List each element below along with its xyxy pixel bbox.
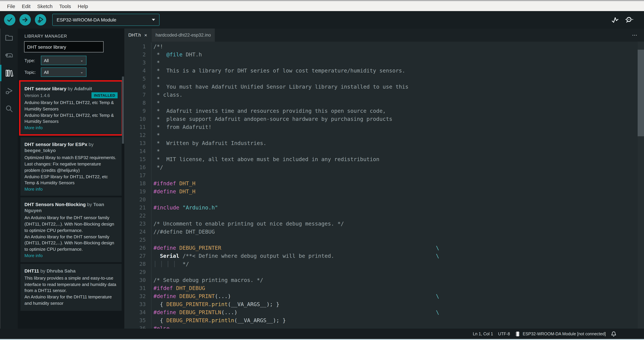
menu-item-edit[interactable]: Edit: [18, 3, 34, 9]
serial-monitor-icon[interactable]: [624, 16, 633, 24]
code-text: *: [151, 75, 644, 83]
line-number: 17: [124, 172, 148, 180]
code-line: 2 * @file DHT.h: [124, 51, 644, 59]
code-line: 8 *: [124, 99, 644, 107]
tab-sketch-ino[interactable]: hardcoded-dht22-esp32.ino: [152, 29, 215, 42]
board-selector-label: ESP32-WROOM-DA Module: [57, 17, 116, 23]
code-text: /* Setup debug printing macros. */: [151, 276, 644, 284]
line-number: 35: [124, 316, 148, 324]
upload-button[interactable]: [20, 14, 31, 26]
code-text: *: [151, 131, 644, 139]
library-description: Arduino library for DHT11, DHT22, etc Te…: [24, 100, 118, 125]
code-line: 15 * MIT license, all text above must be…: [124, 155, 644, 163]
line-number: 8: [124, 99, 148, 107]
line-number: 36: [124, 324, 148, 328]
menu-item-help[interactable]: Help: [74, 3, 92, 9]
code-text: #define DHT_H: [151, 188, 644, 196]
library-description: This library provides a simple and easy-…: [24, 275, 118, 307]
board-icon: [5, 51, 14, 60]
more-info-link[interactable]: More info: [24, 253, 118, 258]
encoding-indicator[interactable]: UTF-8: [498, 331, 510, 336]
sidebar-item-search[interactable]: [0, 100, 18, 117]
tab-overflow-menu[interactable]: ⋯: [632, 29, 644, 42]
check-icon: [6, 17, 13, 23]
board-selector-dropdown[interactable]: ESP32-WROOM-DA Module: [52, 14, 160, 26]
code-text: * MIT license, all text above must be in…: [151, 155, 644, 163]
status-bar: Ln 1, Col 1 UTF-8 ESP32-WROOM-DA Module …: [0, 328, 644, 339]
board-status[interactable]: ESP32-WROOM-DA Module [not connected]: [515, 331, 606, 337]
sidebar-item-library-manager[interactable]: [0, 64, 18, 82]
code-line: 4 * This is a library for DHT series of …: [124, 67, 644, 75]
start-debug-button[interactable]: [35, 14, 46, 26]
main-area: LIBRARY MANAGER Type:All⌄Topic:All⌄ DHT …: [0, 29, 644, 328]
code-line: 17: [124, 172, 644, 180]
menu-item-file[interactable]: File: [4, 3, 18, 9]
code-text: * from Adafruit!: [151, 123, 644, 131]
line-number: 6: [124, 83, 148, 91]
menu-item-tools[interactable]: Tools: [56, 3, 74, 9]
library-description: An Arduino library for the DHT sensor fa…: [24, 215, 118, 253]
sidebar-item-debug[interactable]: [0, 82, 18, 100]
line-continuation-backslash: \: [436, 252, 439, 260]
line-number: 24: [124, 228, 148, 236]
code-text: [151, 268, 644, 276]
code-line: 6 * You must have Adafruit Unified Senso…: [124, 83, 644, 91]
sidebar-item-sketchbook[interactable]: [0, 29, 18, 46]
search-icon: [5, 104, 14, 113]
line-number: 19: [124, 188, 148, 196]
line-number: 32: [124, 292, 148, 300]
window-bottom-edge: [0, 339, 644, 340]
code-line: 18#ifndef DHT_H: [124, 180, 644, 188]
library-manager-panel: LIBRARY MANAGER Type:All⌄Topic:All⌄ DHT …: [18, 29, 124, 328]
code-text: * @file DHT.h: [151, 51, 644, 59]
more-info-link[interactable]: More info: [24, 187, 118, 192]
type-filter-select[interactable]: All⌄: [41, 56, 86, 65]
chevron-down-icon: [152, 19, 155, 21]
sidebar-item-boards-manager[interactable]: [0, 46, 18, 64]
verify-button[interactable]: [4, 14, 16, 26]
line-number: 9: [124, 107, 148, 115]
code-line: 34#define DEBUG_PRINTLN(...)\: [124, 308, 644, 316]
tab-dht-h[interactable]: DHT.h ×: [124, 29, 151, 42]
more-info-link[interactable]: More info: [24, 125, 118, 130]
editor-scrollbar-thumb[interactable]: [638, 50, 644, 136]
line-number: 5: [124, 75, 148, 83]
code-text: *: [151, 99, 644, 107]
library-list: DHT sensor library by AdafruitVersion 1.…: [18, 80, 124, 328]
panel-scrollbar[interactable]: [122, 77, 124, 144]
menu-item-sketch[interactable]: Sketch: [34, 3, 56, 9]
line-number: 11: [124, 123, 148, 131]
serial-plotter-icon[interactable]: [611, 16, 619, 24]
code-text: *: [151, 59, 644, 67]
line-number: 7: [124, 91, 148, 99]
toolbar: ESP32-WROOM-DA Module: [0, 11, 644, 29]
code-line: 23/* Uncomment to enable printing out ni…: [124, 220, 644, 228]
code-line: 29: [124, 268, 644, 276]
library-name: DHT sensor library for ESPx by beegee_to…: [24, 141, 118, 153]
code-line: 21#include "Arduino.h": [124, 204, 644, 212]
cursor-position[interactable]: Ln 1, Col 1: [473, 331, 493, 336]
code-text: *: [151, 147, 644, 155]
close-icon[interactable]: ×: [144, 32, 147, 38]
library-search-input[interactable]: [24, 41, 104, 52]
code-line: 25: [124, 236, 644, 244]
line-number: 31: [124, 284, 148, 292]
code-text: [151, 172, 644, 180]
chevron-down-icon: ⌄: [80, 70, 84, 74]
topic-filter-select[interactable]: All⌄: [41, 67, 86, 77]
code-line: 20: [124, 196, 644, 204]
line-number: 10: [124, 115, 148, 123]
code-text: │ │ │ │ */: [151, 260, 644, 268]
editor-tab-bar: DHT.h × hardcoded-dht22-esp32.ino ⋯: [124, 29, 644, 42]
tab-label: hardcoded-dht22-esp32.ino: [156, 33, 211, 38]
line-number: 23: [124, 220, 148, 228]
line-number: 4: [124, 67, 148, 75]
editor-scrollbar-track[interactable]: [638, 42, 644, 328]
code-line: 30/* Setup debug printing macros. */: [124, 276, 644, 284]
code-line: 7 * class.: [124, 91, 644, 99]
code-editor-surface[interactable]: 1/*!2 * @file DHT.h3 *4 * This is a libr…: [124, 42, 644, 328]
chip-icon: [515, 331, 520, 337]
library-card: DHT sensor library for ESPx by beegee_to…: [20, 137, 122, 196]
notifications-bell[interactable]: [611, 331, 616, 337]
code-text: * Adafruit invests time and resources pr…: [151, 107, 644, 115]
